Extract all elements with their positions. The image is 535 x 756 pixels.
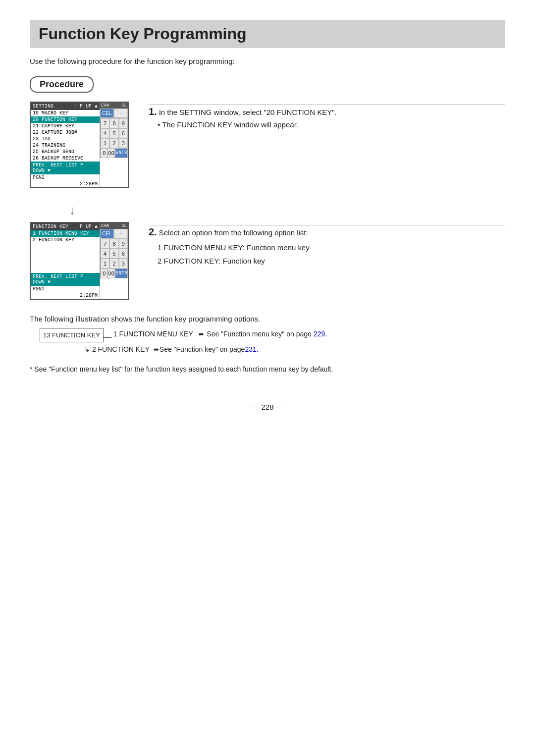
key-5: 5 <box>109 128 118 138</box>
screen2-time: 2:28PM <box>31 292 100 299</box>
key-7: 7 <box>101 118 109 128</box>
screen1-time: 2:28PM <box>31 181 100 187</box>
illus-page2-link[interactable]: 231. <box>245 343 258 356</box>
screen1-col: SETTING ↑ P UP ▲ 19 MACRO KEY 20 FUNCTIO… <box>30 102 129 188</box>
screen1-item-6: 25 BACKUP SEND <box>31 149 100 155</box>
key-4: 4 <box>101 128 109 138</box>
screen2-item-1: 2 FUNCTION KEY <box>31 237 100 243</box>
screen2-item-0: 1 FUNCTION MENU KEY <box>31 230 100 237</box>
screen2-spacer <box>31 243 100 273</box>
illus-main-row: 13 FUNCTION KEY ⎯⎯ 1 FUNCTION MENU KEY ➨… <box>40 328 505 342</box>
illustration-intro: The following illustration shows the fun… <box>30 315 505 323</box>
key-6: 6 <box>119 128 128 138</box>
screen1-item-1: 20 FUNCTION KEY <box>31 116 100 123</box>
screen1-item-7: 26 BACKUP RECEIVE <box>31 155 100 162</box>
screen1-item-2: 21 CAPTURE KEY <box>31 123 100 129</box>
screen2-cel-key: CEL <box>100 229 114 238</box>
screen2-header: FUNCTION KEY P UP ▲ <box>31 223 100 230</box>
screen2-col: FUNCTION KEY P UP ▲ 1 FUNCTION MENU KEY … <box>30 222 129 300</box>
screen1-keypad-top: CAN CL <box>100 103 128 108</box>
screen1-header-left: SETTING <box>33 104 54 109</box>
screen1-numpad: 7 8 9 4 5 6 1 2 3 <box>100 118 128 148</box>
step2-header: 2. Select an option from the following o… <box>149 225 505 239</box>
key-1: 1 <box>101 138 109 148</box>
arrow-down: ↓ <box>69 203 505 217</box>
step1-section: SETTING ↑ P UP ▲ 19 MACRO KEY 20 FUNCTIO… <box>30 102 505 188</box>
screen2-can-label: CAN <box>101 223 109 228</box>
screen1-can-label: CAN <box>101 103 109 108</box>
step1-number: 1. <box>149 106 157 117</box>
s2-key-8: 8 <box>109 239 118 249</box>
screen1-pgn: PGN2 <box>31 174 100 181</box>
key-00: 00 <box>107 148 115 158</box>
page-title: Function Key Programming <box>30 20 505 48</box>
key-0: 0 <box>101 148 107 158</box>
screen2-keypad-top: CAN CL <box>100 223 128 229</box>
pos-screen-1: SETTING ↑ P UP ▲ 19 MACRO KEY 20 FUNCTIO… <box>30 102 129 188</box>
screen1-item-5: 24 TRAINING <box>31 142 100 149</box>
s2-key-6: 6 <box>119 249 128 259</box>
step2-options: 1 FUNCTION MENU KEY: Function menu key 2… <box>158 241 505 268</box>
illus-box: 13 FUNCTION KEY <box>40 328 104 342</box>
step2-line2: 2 FUNCTION KEY: Function key <box>158 254 505 268</box>
illustration-tree: 13 FUNCTION KEY ⎯⎯ 1 FUNCTION MENU KEY ➨… <box>40 328 505 356</box>
s2-key-1: 1 <box>101 259 109 269</box>
s2-key-7: 7 <box>101 239 109 249</box>
illus-branch-line: ⎯⎯ <box>104 330 111 338</box>
key-8: 8 <box>109 118 118 128</box>
illus-branches: ⎯⎯ 1 FUNCTION MENU KEY ➨ See "Function m… <box>104 328 327 340</box>
screen2-keypad: CAN CL CEL · 7 8 9 4 5 6 1 <box>100 223 128 299</box>
screen1-dot-key: · <box>114 108 128 118</box>
key-entr: ENTR <box>115 148 128 158</box>
key-2: 2 <box>109 138 118 148</box>
screen2-cl-label: CL <box>121 223 127 228</box>
step2-number: 2. <box>149 226 157 238</box>
s2-key-3: 3 <box>119 259 128 269</box>
screen1-footer: PREV. NEXT LIST P DOWN ▼ <box>31 162 100 174</box>
key-9: 9 <box>119 118 128 128</box>
illus-branch-dash2: ↳ 2 FUNCTION KEY <box>84 343 150 356</box>
illus-text1: See "Function menu key" on page <box>207 330 313 338</box>
intro-text: Use the following procedure for the func… <box>30 57 505 65</box>
procedure-label: Procedure <box>30 76 94 93</box>
screen2-header-left: FUNCTION KEY <box>33 224 68 229</box>
s2-key-5: 5 <box>109 249 118 259</box>
screen1-item-3: 22 CAPTURE JOB# <box>31 129 100 136</box>
screen2-numpad: 7 8 9 4 5 6 1 2 3 <box>100 239 128 269</box>
screen1-bottom-row: 0 00 ENTR <box>100 148 128 158</box>
step1-bullet: • The FUNCTION KEY window will appear. <box>158 120 505 129</box>
step1-instruction: 1. In the SETTING window, select "20 FUN… <box>149 102 505 129</box>
screen2-pgn: PGN2 <box>31 286 100 292</box>
screen2-header-mid: P UP ▲ <box>80 224 98 229</box>
screen1-keypad: CAN CL CEL · 7 8 9 4 5 6 1 <box>100 103 128 187</box>
screen2-footer: PREV. NEXT LIST P DOWN ▼ <box>31 273 100 286</box>
step1-main: In the SETTING window, select "20 FUNCTI… <box>159 107 337 118</box>
pos-screen-2: FUNCTION KEY P UP ▲ 1 FUNCTION MENU KEY … <box>30 222 129 300</box>
screen1-item-4: 23 TAX <box>31 136 100 142</box>
screen1-header-mid: ↑ P UP ▲ <box>74 104 98 109</box>
step1-header: 1. In the SETTING window, select "20 FUN… <box>149 105 505 118</box>
step2-line1: 1 FUNCTION MENU KEY: Function menu key <box>158 241 505 254</box>
step2-section: FUNCTION KEY P UP ▲ 1 FUNCTION MENU KEY … <box>30 222 505 300</box>
s2-key-00: 00 <box>107 269 115 278</box>
screen2-dot-key: · <box>114 229 128 238</box>
screen1-cel-key: CEL <box>100 108 114 118</box>
note-text: * See "Function menu key list" for the f… <box>30 365 505 373</box>
illus-branch-dash1: 1 FUNCTION MENU KEY <box>113 330 193 338</box>
s2-key-entr: ENTR <box>115 269 128 278</box>
screen1-header: SETTING ↑ P UP ▲ <box>31 103 100 110</box>
key-3: 3 <box>119 138 128 148</box>
screen2-bottom-row: 0 00 ENTR <box>100 269 128 278</box>
illus-text2: See "Function key" on page <box>160 343 245 356</box>
illus-page1-link[interactable]: 229. <box>314 330 327 338</box>
s2-key-4: 4 <box>101 249 109 259</box>
illus-second-line: ↳ 2 FUNCTION KEY ➨ See "Function key" on… <box>84 343 505 356</box>
illus-arrow2: ➨ <box>154 343 160 356</box>
s2-key-0: 0 <box>101 269 107 278</box>
step2-instruction: 2. Select an option from the following o… <box>149 222 505 268</box>
screen1-item-0: 19 MACRO KEY <box>31 110 100 116</box>
illustration-section: The following illustration shows the fun… <box>30 315 505 356</box>
s2-key-9: 9 <box>119 239 128 249</box>
step2-main: Select an option from the following opti… <box>159 227 308 239</box>
page-footer: — 228 — <box>30 403 505 411</box>
